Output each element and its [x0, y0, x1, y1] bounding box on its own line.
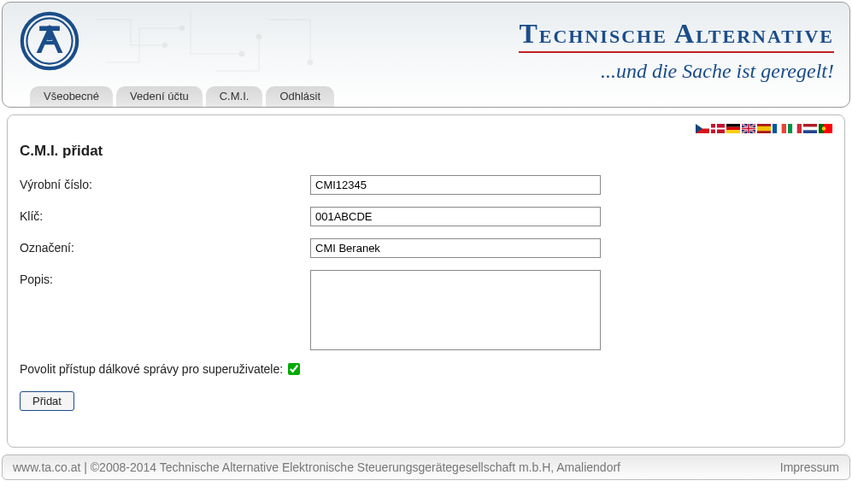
svg-rect-31: [803, 127, 817, 131]
flag-cz-icon[interactable]: [696, 124, 709, 133]
pcb-decoration: [88, 3, 327, 86]
row-desc: Popis:: [20, 270, 832, 350]
svg-point-5: [22, 14, 77, 68]
row-serial: Výrobní číslo:: [20, 175, 832, 195]
label-desc: Popis:: [20, 270, 310, 286]
svg-rect-15: [726, 127, 740, 131]
svg-rect-29: [797, 124, 802, 133]
svg-rect-24: [773, 124, 777, 133]
language-flags: [696, 124, 832, 133]
nav-tabs: Všeobecné Vedení účtu C.M.I. Odhlásit: [3, 86, 849, 107]
svg-rect-8: [47, 26, 52, 41]
row-key: Klíč:: [20, 207, 832, 226]
tab-general[interactable]: Všeobecné: [30, 86, 113, 107]
svg-point-3: [256, 34, 261, 39]
serial-input[interactable]: [310, 175, 601, 195]
brand-slogan: ...und die Sache ist geregelt!: [519, 60, 834, 83]
flag-nl-icon[interactable]: [803, 124, 817, 133]
key-input[interactable]: [310, 207, 601, 226]
label-serial: Výrobní číslo:: [20, 175, 310, 191]
remote-checkbox[interactable]: [288, 363, 300, 375]
company-logo: [20, 11, 79, 71]
header: Technische Alternative ...und die Sache …: [2, 2, 850, 108]
footer-left: www.ta.co.at | ©2008-2014 Technische Alt…: [13, 460, 620, 474]
svg-rect-16: [726, 130, 740, 133]
svg-rect-14: [726, 124, 740, 127]
footer-copyright: | ©2008-2014 Technische Alternative Elek…: [80, 460, 620, 474]
tab-logout[interactable]: Odhlásit: [266, 86, 334, 107]
footer-link[interactable]: www.ta.co.at: [13, 460, 80, 474]
svg-point-0: [162, 43, 167, 48]
flag-fr-icon[interactable]: [773, 124, 786, 133]
svg-rect-32: [803, 130, 817, 133]
svg-rect-21: [742, 128, 755, 130]
flag-de-icon[interactable]: [726, 124, 740, 133]
svg-rect-13: [711, 128, 725, 130]
flag-pt-icon[interactable]: [819, 124, 832, 133]
label-key: Klíč:: [20, 207, 310, 223]
flag-it-icon[interactable]: [788, 124, 802, 133]
row-name: Označení:: [20, 238, 832, 258]
label-name: Označení:: [20, 238, 310, 255]
tab-cmi[interactable]: C.M.I.: [206, 86, 263, 107]
tab-account[interactable]: Vedení účtu: [116, 86, 203, 107]
brand-block: Technische Alternative ...und die Sache …: [519, 18, 834, 83]
desc-textarea[interactable]: [310, 270, 601, 350]
label-remote: Povolit přístup dálkové správy pro super…: [20, 362, 283, 376]
header-top: Technische Alternative ...und die Sache …: [3, 3, 849, 86]
svg-rect-26: [782, 124, 786, 133]
svg-rect-30: [803, 124, 817, 127]
flag-uk-icon[interactable]: [742, 124, 755, 133]
impressum-link[interactable]: Impressum: [780, 460, 839, 474]
svg-rect-28: [792, 124, 796, 133]
svg-point-4: [308, 60, 313, 65]
content: C.M.I. přidat Výrobní číslo: Klíč: Označ…: [7, 114, 845, 448]
name-input[interactable]: [310, 238, 601, 258]
flag-dk-icon[interactable]: [711, 124, 725, 133]
svg-point-2: [239, 51, 244, 56]
page-title: C.M.I. přidat: [20, 143, 832, 160]
svg-rect-27: [788, 124, 792, 133]
row-remote: Povolit přístup dálkové správy pro super…: [20, 362, 832, 376]
flag-es-icon[interactable]: [757, 124, 771, 133]
add-button[interactable]: Přidat: [20, 391, 74, 411]
svg-point-1: [179, 26, 185, 31]
brand-title: Technische Alternative: [519, 18, 834, 53]
svg-point-35: [822, 126, 826, 130]
svg-rect-23: [757, 126, 771, 132]
footer: www.ta.co.at | ©2008-2014 Technische Alt…: [2, 454, 850, 480]
svg-rect-25: [777, 124, 781, 133]
